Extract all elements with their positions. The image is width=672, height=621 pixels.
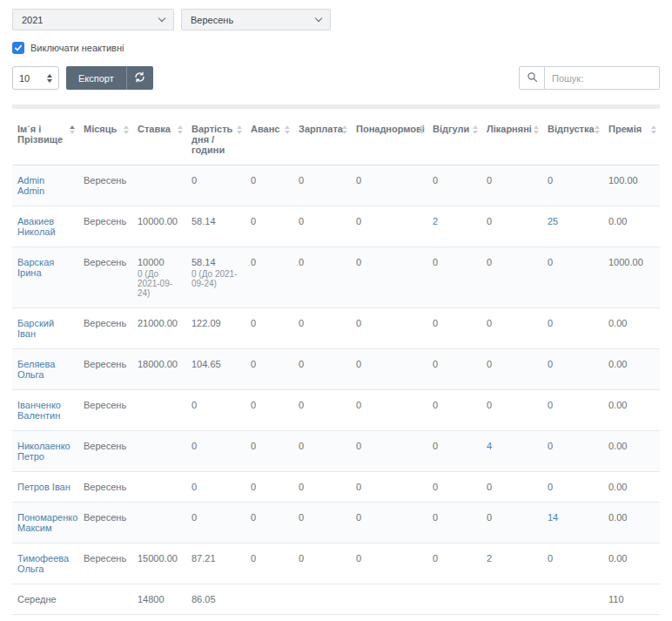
cell-value-link[interactable]: 2 xyxy=(487,553,492,564)
employee-name-link[interactable]: Петров Іван xyxy=(17,482,71,492)
column-header[interactable]: Премія xyxy=(603,114,660,165)
column-header[interactable]: Відгули xyxy=(427,114,481,165)
sort-icon[interactable] xyxy=(70,125,75,134)
summary-cell xyxy=(542,615,603,621)
cell-vacation: 0 xyxy=(542,472,603,503)
cell-salary: 0 xyxy=(293,308,351,349)
cell-month: Вересень xyxy=(78,472,132,503)
cell-advance: 0 xyxy=(245,206,293,247)
chevron-down-icon xyxy=(158,15,165,22)
checkbox-checked-icon[interactable] xyxy=(12,42,24,54)
sort-icon[interactable] xyxy=(178,125,183,134)
month-select-value: Вересень xyxy=(191,15,233,25)
month-select[interactable]: Вересень xyxy=(181,9,331,30)
search-group xyxy=(519,66,660,90)
cell-cost: 58.140 (До 2021-09-24) xyxy=(186,247,245,308)
cell-value-link[interactable]: 2 xyxy=(433,216,438,226)
table-header-row: Ім´я і ПрізвищеМісяцьСтавкаВартість дня … xyxy=(12,114,660,165)
cell-cost: 0 xyxy=(186,503,245,543)
sort-icon[interactable] xyxy=(473,125,478,134)
summary-cell xyxy=(351,584,427,615)
cell-bonus: 0.00 xyxy=(603,206,660,247)
cell-name: Варская Ірина xyxy=(12,247,78,308)
column-header[interactable]: Аванс xyxy=(245,114,293,165)
column-header[interactable]: Відпустка xyxy=(542,114,603,165)
sort-icon[interactable] xyxy=(285,125,290,134)
column-header[interactable]: Ім´я і Прізвище xyxy=(12,114,78,165)
cell-sick: 0 xyxy=(481,390,542,431)
sort-icon[interactable] xyxy=(342,125,347,134)
exclude-inactive-checkbox[interactable]: Виключати неактивні xyxy=(12,42,660,54)
cell-month: Вересень xyxy=(78,431,132,472)
summary-cell xyxy=(427,584,481,615)
horizontal-scrollbar-top[interactable] xyxy=(12,105,660,109)
search-input[interactable] xyxy=(545,66,660,90)
refresh-icon xyxy=(134,71,145,84)
column-header[interactable]: Зарплата xyxy=(293,114,351,165)
cell-month: Вересень xyxy=(78,165,132,206)
cell-cost: 58.14 xyxy=(186,206,245,247)
sort-icon[interactable] xyxy=(534,125,539,134)
table-row: Барский ІванВересень21000.00122.09000000… xyxy=(12,308,660,349)
summary-cell: 110 xyxy=(603,584,660,615)
sort-icon[interactable] xyxy=(651,125,656,134)
column-header[interactable]: Понаднормові xyxy=(351,114,427,165)
cell-overtime: 0 xyxy=(351,472,427,503)
cell-overtime: 0 xyxy=(351,503,427,543)
cell-rate: 15000.00 xyxy=(132,543,186,584)
table-row: Варская ІринаВересень100000 (До 2021-09-… xyxy=(12,247,660,308)
cell-advance: 0 xyxy=(245,431,293,472)
page-size-select[interactable]: 10 xyxy=(12,66,59,90)
cell-bonus: 0.00 xyxy=(603,431,660,472)
year-select-value: 2021 xyxy=(22,15,43,25)
sort-icon[interactable] xyxy=(419,125,424,134)
column-header[interactable]: Вартість дня / години xyxy=(186,114,245,165)
column-header[interactable]: Лікарняні xyxy=(481,114,542,165)
employee-name-link[interactable]: Пономаренко Максим xyxy=(17,512,77,533)
column-header-label: Аванс xyxy=(251,124,279,134)
sort-icon[interactable] xyxy=(124,125,129,134)
cell-sick: 0 xyxy=(481,247,542,308)
cell-name: Николаенко Петро xyxy=(12,431,78,472)
table-row: Пономаренко МаксимВересень000000140.00 xyxy=(12,503,660,543)
column-header[interactable]: Ставка xyxy=(132,114,186,165)
summary-cell xyxy=(481,615,542,621)
cell-bonus: 0.00 xyxy=(603,472,660,503)
cell-days_off: 0 xyxy=(427,349,481,390)
export-button[interactable]: Експорт xyxy=(66,66,126,90)
employee-name-link[interactable]: Барский Іван xyxy=(17,318,54,339)
cell-overtime: 0 xyxy=(351,390,427,431)
employee-name-link[interactable]: Варская Ірина xyxy=(17,257,54,278)
year-select[interactable]: 2021 xyxy=(12,9,174,30)
cell-sick: 0 xyxy=(481,165,542,206)
cell-days_off: 0 xyxy=(427,472,481,503)
cell-cost: 0 xyxy=(186,472,245,503)
cell-vacation: 0 xyxy=(542,308,603,349)
cell-overtime: 0 xyxy=(351,165,427,206)
cell-sick: 0 xyxy=(481,206,542,247)
cell-value-link[interactable]: 4 xyxy=(487,441,492,451)
employee-name-link[interactable]: Беляева Ольга xyxy=(17,359,55,380)
cell-month: Вересень xyxy=(78,543,132,584)
cell-sick: 2 xyxy=(481,543,542,584)
summary-cell xyxy=(351,615,427,621)
employee-name-link[interactable]: Admin Admin xyxy=(17,175,44,196)
refresh-button[interactable] xyxy=(126,66,153,90)
cell-sick: 0 xyxy=(481,503,542,543)
cell-month: Вересень xyxy=(78,503,132,543)
cell-rate: 18000.00 xyxy=(132,349,186,390)
sort-icon[interactable] xyxy=(595,125,600,134)
employee-name-link[interactable]: Николаенко Петро xyxy=(17,441,71,462)
sort-icon[interactable] xyxy=(237,125,242,134)
cell-value-link[interactable]: 14 xyxy=(548,512,558,523)
cell-value-link[interactable]: 25 xyxy=(548,216,558,226)
column-header[interactable]: Місяць xyxy=(78,114,132,165)
payroll-page: 2021 Вересень Виключати неактивні 10 Екс… xyxy=(0,0,672,621)
cell-rate: 100000 (До 2021-09-24) xyxy=(132,247,186,308)
payroll-table: Ім´я і ПрізвищеМісяцьСтавкаВартість дня … xyxy=(12,114,660,621)
search-button[interactable] xyxy=(519,66,545,90)
employee-name-link[interactable]: Авакиев Николай xyxy=(17,216,56,237)
employee-name-link[interactable]: Тимофеева Ольга xyxy=(17,553,69,574)
employee-name-link[interactable]: Іванченко Валентин xyxy=(17,400,61,421)
cell-cost: 87.21 xyxy=(186,543,245,584)
